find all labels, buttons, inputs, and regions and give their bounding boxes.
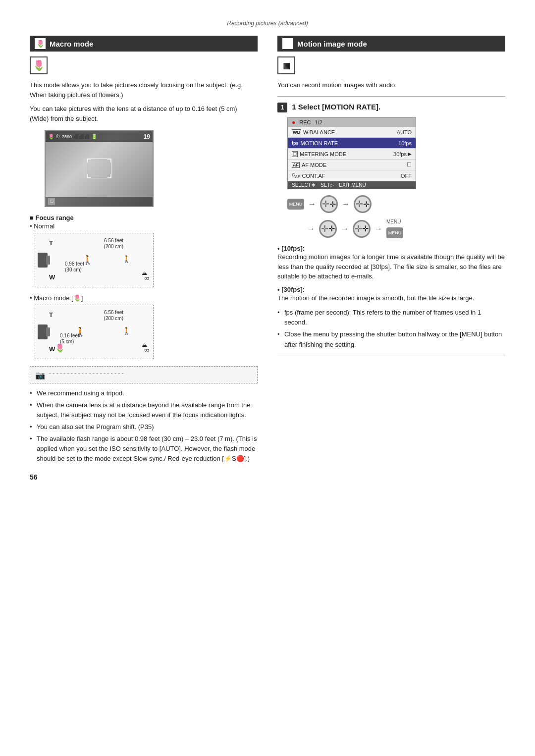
motion-grid-icon: ▦ [283, 61, 290, 70]
cross-button-4: ✛ [353, 220, 371, 238]
res-label: 2560 [62, 134, 72, 139]
mountain-icon: ⛰ [142, 270, 147, 276]
arrow2: → [342, 200, 350, 209]
page-header-text: Recording pictures (advanced) [227, 20, 308, 27]
focus-box [87, 159, 111, 178]
macro-far-feet-text: 6.56 feet [104, 310, 123, 315]
normal-label: • Normal [30, 222, 258, 230]
contaf-label: CONT.AF [302, 173, 401, 179]
macro-near-person-icon: 🚶 [75, 326, 86, 337]
menu-top-bar: ● REC 1/2 [288, 118, 416, 127]
normal-range-diagram: 6.56 feet (200 cm) T W [35, 233, 154, 287]
note-dash-line: - - - - - - - - - - - - - - - - - - - - … [49, 370, 124, 377]
fps-10fps-desc: Recording motion images for a longer tim… [277, 253, 505, 280]
far-cm-label: (200 cm) [104, 243, 123, 250]
macro-t-label: T [49, 311, 53, 319]
cross-button-3: ✛ [319, 220, 337, 238]
macro-mode-section: 🌷 Macro mode 🌷 This mode allows you to t… [30, 36, 258, 481]
timer-icon: ⏱ [55, 134, 60, 139]
macro-far-person-icon: 🚶 [122, 326, 131, 334]
cross1-icon: ✛ [329, 200, 336, 209]
metering-value: 30fps [393, 151, 407, 157]
menu-set-label: SET▷ [321, 182, 334, 188]
menu-end-wrapper: MENU MENU [386, 219, 403, 238]
macro-mode-title: Macro mode [50, 40, 93, 48]
bullet-close-menu: Close the menu by pressing the shutter b… [277, 329, 505, 349]
nav-diagram-row1: MENU → ✛ → ✛ [287, 195, 505, 213]
battery-icon: 🔋 [91, 134, 97, 139]
metering-icon: ☐ [292, 151, 298, 157]
bullet-fps-def: fps (frame per second); This refers to t… [277, 308, 505, 327]
menu-row-contaf: CAF CONT.AF OFF [288, 170, 416, 181]
macro-mode-indicator: 🌷 [48, 134, 54, 139]
motion-image-section: ▦ Motion image mode ▦ You can record mot… [277, 36, 505, 362]
page-header: Recording pictures (advanced) [30, 20, 505, 27]
motionrate-value: 10fps [398, 140, 412, 146]
contaf-value: OFF [401, 173, 412, 179]
metering-label: METERING MODE [300, 151, 393, 157]
arrow5: → [374, 224, 382, 233]
menu-fraction: 1/2 [315, 119, 322, 125]
step1-header: 1 1 Select [MOTION RATE]. [277, 103, 505, 112]
near-cm-label: (30 cm) [65, 267, 82, 273]
camera-bottom-icon: ☐ [48, 198, 55, 205]
cross-button-2: ✛ [354, 195, 372, 213]
macro-range-diagram: 6.56 feet (200 cm) T W [35, 305, 154, 359]
wbalance-label: W.BALANCE [303, 129, 397, 135]
page-number: 56 [30, 473, 258, 481]
focus-corner-br [107, 174, 111, 178]
wb-icon: WB [292, 129, 301, 135]
step-number: 1 [277, 103, 287, 112]
macro-mode-header: 🌷 Macro mode [30, 36, 258, 52]
fps-30fps-desc: The motion of the recorded image is smoo… [277, 294, 474, 302]
bullet-lens-distance: When the camera lens is at a distance be… [30, 400, 258, 420]
page: Recording pictures (advanced) 🌷 Macro mo… [0, 0, 535, 756]
bottom-divider [277, 356, 505, 356]
bullet-flash-range: The available flash range is about 0.98 … [30, 434, 258, 464]
afmode-value: ☐ [407, 162, 412, 168]
focus-corner-bl [87, 174, 91, 178]
menu-end-button: MENU [386, 227, 403, 238]
macro-flower-icon: 🌷 [33, 59, 45, 71]
macro-diagram-lens [46, 327, 50, 336]
focus-corner-tl [87, 159, 91, 162]
afmode-label: AF MODE [302, 162, 407, 168]
diagram-lens [46, 256, 50, 265]
focus-range-section: ■ Focus range • Normal 6.56 feet (200 cm… [30, 214, 258, 359]
step1-label: 1 Select [MOTION RATE]. [292, 103, 380, 111]
normal-far-feet: 6.56 feet [104, 238, 123, 243]
motion-icon-large: ▦ [277, 56, 295, 74]
fps-30fps-label: • [30fps]: [277, 286, 305, 293]
menu-rec-label: REC [299, 119, 311, 125]
top-divider [277, 96, 505, 97]
bullet-program-shift: You can also set the Program shift. (P35… [30, 422, 258, 432]
macro-w-label: W [49, 345, 55, 353]
arrow3: → [307, 224, 315, 233]
normal-near-cm: (30 cm) [65, 267, 82, 272]
macro-mode-bullet-label: • Macro mode [🌷] [30, 294, 258, 302]
metering-arrow: ▶ [408, 151, 412, 157]
focus-range-title: ■ Focus range [30, 214, 258, 221]
motion-image-header: ▦ Motion image mode [277, 36, 505, 52]
t-label: T [49, 239, 53, 247]
far-person-icon: 🚶 [122, 255, 131, 263]
macro-far-cm: (200 cm) [104, 315, 123, 322]
macro-flower-near-icon: 🌷 [55, 343, 65, 353]
fps-icon: fps [292, 141, 299, 146]
macro-body1: This mode allows you to take pictures cl… [30, 80, 258, 100]
note-icon: 📷 [35, 371, 45, 380]
normal-far-cm: (200 cm) [104, 244, 123, 249]
menu-screen: ● REC 1/2 WB W.BALANCE AUTO fps MOTION R… [287, 117, 416, 189]
motion-body: You can record motion images with audio. [277, 80, 505, 90]
caf-icon: CAF [292, 172, 300, 179]
motionrate-label: MOTION RATE [301, 140, 399, 146]
macro-header-icon: 🌷 [35, 38, 46, 49]
macro-icon-large: 🌷 [30, 56, 48, 74]
quality-icon: ⬛⬛⬛ [73, 134, 90, 139]
bullet-tripod: We recommend using a tripod. [30, 388, 258, 398]
fps-10fps-label: • [10fps]: [277, 245, 305, 252]
cross2-icon: ✛ [363, 200, 370, 209]
cross4-icon: ✛ [362, 224, 369, 233]
menu-button: MENU [287, 199, 304, 210]
nav-diagram-row2: → ✛ → ✛ → MENU MENU [307, 219, 505, 238]
